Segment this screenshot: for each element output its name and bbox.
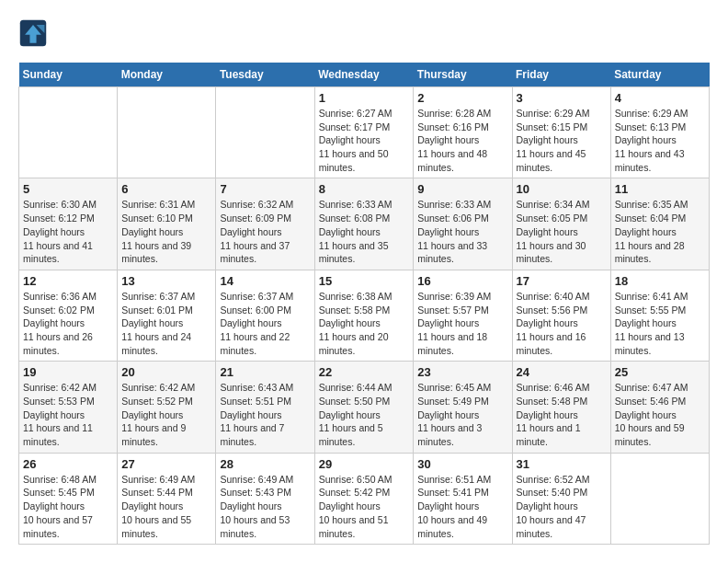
day-number: 26 [23, 457, 113, 471]
day-number: 28 [220, 457, 310, 471]
day-info: Sunrise: 6:29 AM Sunset: 6:13 PM Dayligh… [615, 107, 705, 174]
day-info: Sunrise: 6:29 AM Sunset: 6:15 PM Dayligh… [517, 107, 607, 174]
day-number: 16 [417, 274, 507, 288]
day-number: 7 [220, 182, 310, 196]
day-number: 5 [23, 182, 113, 196]
calendar-cell: 20 Sunrise: 6:42 AM Sunset: 5:52 PM Dayl… [118, 362, 216, 453]
calendar-cell: 22 Sunrise: 6:44 AM Sunset: 5:50 PM Dayl… [314, 362, 414, 453]
day-info: Sunrise: 6:43 AM Sunset: 5:51 PM Dayligh… [220, 381, 310, 448]
day-info: Sunrise: 6:34 AM Sunset: 6:05 PM Dayligh… [517, 198, 607, 265]
day-number: 20 [121, 365, 211, 379]
day-info: Sunrise: 6:49 AM Sunset: 5:43 PM Dayligh… [220, 473, 310, 540]
day-info: Sunrise: 6:38 AM Sunset: 5:58 PM Dayligh… [319, 290, 410, 357]
day-number: 2 [417, 91, 507, 105]
calendar-cell: 3 Sunrise: 6:29 AM Sunset: 6:15 PM Dayli… [512, 87, 610, 178]
calendar-cell: 27 Sunrise: 6:49 AM Sunset: 5:44 PM Dayl… [118, 453, 216, 544]
day-info: Sunrise: 6:45 AM Sunset: 5:49 PM Dayligh… [417, 381, 507, 448]
calendar-table: SundayMondayTuesdayWednesdayThursdayFrid… [18, 63, 710, 545]
calendar-cell: 14 Sunrise: 6:37 AM Sunset: 6:00 PM Dayl… [216, 270, 314, 361]
calendar-cell: 30 Sunrise: 6:51 AM Sunset: 5:41 PM Dayl… [414, 453, 512, 544]
calendar-cell: 1 Sunrise: 6:27 AM Sunset: 6:17 PM Dayli… [314, 87, 414, 178]
calendar-cell: 21 Sunrise: 6:43 AM Sunset: 5:51 PM Dayl… [216, 362, 314, 453]
calendar-cell: 9 Sunrise: 6:33 AM Sunset: 6:06 PM Dayli… [414, 178, 512, 270]
day-info: Sunrise: 6:37 AM Sunset: 6:00 PM Dayligh… [220, 290, 310, 357]
weekday-header-monday: Monday [118, 63, 216, 87]
calendar-cell: 10 Sunrise: 6:34 AM Sunset: 6:05 PM Dayl… [512, 178, 610, 270]
day-info: Sunrise: 6:32 AM Sunset: 6:09 PM Dayligh… [220, 198, 310, 265]
day-number: 6 [121, 182, 211, 196]
day-info: Sunrise: 6:49 AM Sunset: 5:44 PM Dayligh… [121, 473, 211, 540]
logo-icon [18, 18, 48, 48]
calendar-cell: 23 Sunrise: 6:45 AM Sunset: 5:49 PM Dayl… [414, 362, 512, 453]
calendar-cell: 28 Sunrise: 6:49 AM Sunset: 5:43 PM Dayl… [216, 453, 314, 544]
day-info: Sunrise: 6:30 AM Sunset: 6:12 PM Dayligh… [23, 198, 113, 265]
day-info: Sunrise: 6:48 AM Sunset: 5:45 PM Dayligh… [23, 473, 113, 540]
day-info: Sunrise: 6:50 AM Sunset: 5:42 PM Dayligh… [319, 473, 410, 540]
day-number: 25 [615, 365, 705, 379]
day-number: 15 [319, 274, 410, 288]
logo [18, 18, 51, 48]
weekday-header-friday: Friday [512, 63, 610, 87]
day-info: Sunrise: 6:33 AM Sunset: 6:08 PM Dayligh… [319, 198, 410, 265]
day-info: Sunrise: 6:46 AM Sunset: 5:48 PM Dayligh… [517, 381, 607, 448]
page-header [18, 18, 710, 48]
day-number: 14 [220, 274, 310, 288]
calendar-cell: 5 Sunrise: 6:30 AM Sunset: 6:12 PM Dayli… [19, 178, 118, 270]
weekday-header-tuesday: Tuesday [216, 63, 314, 87]
calendar-week-row: 26 Sunrise: 6:48 AM Sunset: 5:45 PM Dayl… [19, 453, 710, 544]
day-info: Sunrise: 6:37 AM Sunset: 6:01 PM Dayligh… [121, 290, 211, 357]
day-number: 24 [517, 365, 607, 379]
day-info: Sunrise: 6:51 AM Sunset: 5:41 PM Dayligh… [417, 473, 507, 540]
calendar-cell: 12 Sunrise: 6:36 AM Sunset: 6:02 PM Dayl… [19, 270, 118, 361]
day-number: 8 [319, 182, 410, 196]
day-info: Sunrise: 6:52 AM Sunset: 5:40 PM Dayligh… [517, 473, 607, 540]
day-info: Sunrise: 6:42 AM Sunset: 5:52 PM Dayligh… [121, 381, 211, 448]
calendar-cell: 25 Sunrise: 6:47 AM Sunset: 5:46 PM Dayl… [610, 362, 709, 453]
calendar-cell: 6 Sunrise: 6:31 AM Sunset: 6:10 PM Dayli… [118, 178, 216, 270]
calendar-cell: 2 Sunrise: 6:28 AM Sunset: 6:16 PM Dayli… [414, 87, 512, 178]
day-number: 9 [417, 182, 507, 196]
day-number: 23 [417, 365, 507, 379]
calendar-cell: 17 Sunrise: 6:40 AM Sunset: 5:56 PM Dayl… [512, 270, 610, 361]
day-number: 21 [220, 365, 310, 379]
day-info: Sunrise: 6:40 AM Sunset: 5:56 PM Dayligh… [517, 290, 607, 357]
calendar-cell [610, 453, 709, 544]
day-info: Sunrise: 6:33 AM Sunset: 6:06 PM Dayligh… [417, 198, 507, 265]
calendar-cell: 8 Sunrise: 6:33 AM Sunset: 6:08 PM Dayli… [314, 178, 414, 270]
weekday-header-sunday: Sunday [19, 63, 118, 87]
calendar-week-row: 12 Sunrise: 6:36 AM Sunset: 6:02 PM Dayl… [19, 270, 710, 361]
calendar-week-row: 1 Sunrise: 6:27 AM Sunset: 6:17 PM Dayli… [19, 87, 710, 178]
calendar-cell [118, 87, 216, 178]
calendar-cell: 19 Sunrise: 6:42 AM Sunset: 5:53 PM Dayl… [19, 362, 118, 453]
day-info: Sunrise: 6:36 AM Sunset: 6:02 PM Dayligh… [23, 290, 113, 357]
day-info: Sunrise: 6:28 AM Sunset: 6:16 PM Dayligh… [417, 107, 507, 174]
day-info: Sunrise: 6:44 AM Sunset: 5:50 PM Dayligh… [319, 381, 410, 448]
calendar-cell: 4 Sunrise: 6:29 AM Sunset: 6:13 PM Dayli… [610, 87, 709, 178]
calendar-cell [19, 87, 118, 178]
day-number: 11 [615, 182, 705, 196]
calendar-cell: 15 Sunrise: 6:38 AM Sunset: 5:58 PM Dayl… [314, 270, 414, 361]
calendar-cell: 11 Sunrise: 6:35 AM Sunset: 6:04 PM Dayl… [610, 178, 709, 270]
day-number: 13 [121, 274, 211, 288]
day-number: 4 [615, 91, 705, 105]
day-info: Sunrise: 6:35 AM Sunset: 6:04 PM Dayligh… [615, 198, 705, 265]
day-number: 30 [417, 457, 507, 471]
calendar-week-row: 5 Sunrise: 6:30 AM Sunset: 6:12 PM Dayli… [19, 178, 710, 270]
day-info: Sunrise: 6:42 AM Sunset: 5:53 PM Dayligh… [23, 381, 113, 448]
day-info: Sunrise: 6:41 AM Sunset: 5:55 PM Dayligh… [615, 290, 705, 357]
day-number: 17 [517, 274, 607, 288]
weekday-header-saturday: Saturday [610, 63, 709, 87]
day-info: Sunrise: 6:31 AM Sunset: 6:10 PM Dayligh… [121, 198, 211, 265]
weekday-header-thursday: Thursday [414, 63, 512, 87]
calendar-cell: 18 Sunrise: 6:41 AM Sunset: 5:55 PM Dayl… [610, 270, 709, 361]
calendar-cell: 24 Sunrise: 6:46 AM Sunset: 5:48 PM Dayl… [512, 362, 610, 453]
calendar-cell: 26 Sunrise: 6:48 AM Sunset: 5:45 PM Dayl… [19, 453, 118, 544]
calendar-week-row: 19 Sunrise: 6:42 AM Sunset: 5:53 PM Dayl… [19, 362, 710, 453]
day-number: 19 [23, 365, 113, 379]
calendar-cell: 31 Sunrise: 6:52 AM Sunset: 5:40 PM Dayl… [512, 453, 610, 544]
day-number: 29 [319, 457, 410, 471]
day-number: 10 [517, 182, 607, 196]
day-info: Sunrise: 6:39 AM Sunset: 5:57 PM Dayligh… [417, 290, 507, 357]
day-number: 3 [517, 91, 607, 105]
day-number: 1 [319, 91, 410, 105]
